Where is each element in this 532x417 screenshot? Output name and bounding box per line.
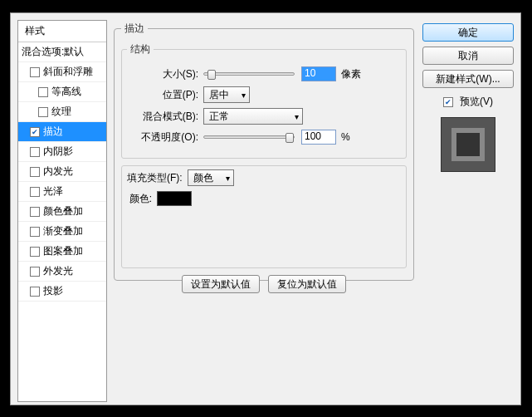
sidebar-checkbox-8[interactable] [30, 227, 40, 237]
sidebar-item-8[interactable]: 渐变叠加 [18, 222, 106, 242]
sidebar-item-3[interactable]: ✔描边 [18, 122, 106, 142]
sidebar-item-label: 内阴影 [43, 145, 73, 159]
sidebar-item-label: 图案叠加 [43, 244, 83, 258]
sidebar-checkbox-11[interactable] [30, 287, 40, 297]
position-dropdown[interactable]: 居中 [203, 86, 250, 103]
sidebar-item-5[interactable]: 内发光 [18, 162, 106, 182]
sidebar-item-label: 内发光 [43, 164, 73, 179]
sidebar-item-7[interactable]: 颜色叠加 [18, 202, 106, 222]
fill-type-label: 填充类型(F): [127, 171, 188, 185]
dialog-buttons: 确定 取消 新建样式(W)... ✔ 预览(V) [422, 23, 514, 172]
sidebar-item-4[interactable]: 内阴影 [18, 142, 106, 162]
size-label: 大小(S): [127, 67, 203, 81]
position-label: 位置(P): [127, 88, 203, 102]
preview-checkbox[interactable]: ✔ [443, 97, 453, 107]
color-label: 颜色: [127, 192, 157, 206]
sidebar-item-label: 光泽 [43, 184, 63, 199]
structure-title: 结构 [127, 42, 154, 56]
preview-swatch [441, 117, 495, 172]
sidebar-item-10[interactable]: 外发光 [18, 262, 106, 282]
blend-mode-dropdown[interactable]: 正常 [203, 108, 303, 125]
sidebar-item-label: 外发光 [43, 264, 73, 278]
group-title: 描边 [121, 22, 148, 36]
sidebar-checkbox-9[interactable] [30, 247, 40, 257]
blend-mode-label: 混合模式(B): [127, 110, 203, 124]
color-swatch[interactable] [157, 191, 192, 206]
opacity-label: 不透明度(O): [127, 130, 203, 145]
opacity-input[interactable]: 100 [301, 130, 336, 145]
sidebar-header: 样式 [18, 21, 106, 42]
sidebar-checkbox-7[interactable] [30, 207, 40, 217]
styles-sidebar: 样式 混合选项:默认 斜面和浮雕等高线纹理✔描边内阴影内发光光泽颜色叠加渐变叠加… [17, 20, 107, 402]
sidebar-checkbox-5[interactable] [30, 167, 40, 177]
sidebar-item-6[interactable]: 光泽 [18, 182, 106, 202]
size-unit: 像素 [341, 67, 361, 81]
sidebar-item-9[interactable]: 图案叠加 [18, 242, 106, 262]
sidebar-item-0[interactable]: 斜面和浮雕 [18, 62, 106, 82]
sidebar-checkbox-0[interactable] [30, 67, 40, 77]
opacity-slider[interactable] [203, 135, 295, 139]
opacity-unit: % [341, 131, 350, 143]
set-default-button[interactable]: 设置为默认值 [182, 275, 260, 293]
reset-default-button[interactable]: 复位为默认值 [268, 275, 346, 293]
sidebar-blending-options[interactable]: 混合选项:默认 [18, 42, 106, 62]
sidebar-checkbox-10[interactable] [30, 267, 40, 277]
sidebar-item-label: 纹理 [51, 105, 71, 119]
sidebar-checkbox-2[interactable] [38, 107, 48, 117]
fill-type-dropdown[interactable]: 颜色 [188, 169, 234, 186]
sidebar-item-label: 颜色叠加 [43, 204, 83, 218]
sidebar-checkbox-1[interactable] [38, 87, 48, 97]
sidebar-item-label: 渐变叠加 [43, 224, 83, 238]
sidebar-item-1[interactable]: 等高线 [18, 82, 106, 102]
sidebar-item-label: 描边 [43, 125, 63, 139]
ok-button[interactable]: 确定 [422, 23, 514, 42]
sidebar-item-label: 投影 [43, 284, 63, 298]
sidebar-checkbox-3[interactable]: ✔ [30, 127, 40, 137]
sidebar-item-label: 斜面和浮雕 [43, 65, 93, 79]
stroke-settings: 描边 结构 大小(S): 10 像素 位置(P): 居中 混合模式(B): [114, 22, 414, 404]
sidebar-item-label: 等高线 [51, 85, 81, 99]
sidebar-checkbox-4[interactable] [30, 147, 40, 157]
sidebar-item-2[interactable]: 纹理 [18, 102, 106, 122]
preview-label: 预览(V) [460, 95, 493, 109]
size-slider[interactable] [203, 72, 295, 76]
cancel-button[interactable]: 取消 [422, 47, 514, 65]
new-style-button[interactable]: 新建样式(W)... [422, 70, 514, 88]
size-input[interactable]: 10 [301, 66, 336, 81]
sidebar-item-11[interactable]: 投影 [18, 282, 106, 302]
sidebar-checkbox-6[interactable] [30, 187, 40, 197]
